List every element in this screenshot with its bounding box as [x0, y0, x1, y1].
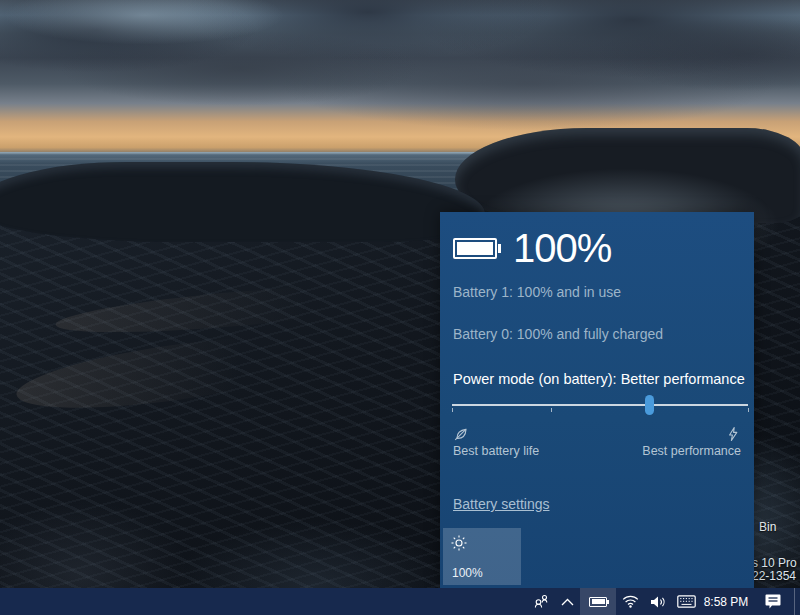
sun-icon	[451, 535, 467, 551]
power-mode-slider[interactable]	[452, 394, 748, 416]
screen: Bin s 10 Pro 22-1354 100% Battery 1: 100…	[0, 0, 800, 615]
brightness-percent: 100%	[452, 566, 483, 580]
battery1-status: Battery 1: 100% and in use	[453, 284, 621, 300]
windows-watermark-line2: 22-1354	[752, 569, 796, 583]
volume-icon	[650, 595, 667, 609]
network-button[interactable]	[616, 588, 644, 615]
slider-tick	[551, 408, 552, 412]
wifi-icon	[622, 595, 639, 608]
recycle-bin-label[interactable]: Bin	[759, 520, 776, 534]
brightness-tile[interactable]: 100%	[443, 528, 521, 585]
lightning-bolt-icon	[725, 426, 741, 442]
slider-tick	[452, 408, 453, 412]
show-desktop-button[interactable]	[794, 588, 800, 615]
power-slider-thumb[interactable]	[645, 395, 654, 415]
touch-keyboard-button[interactable]	[672, 588, 700, 615]
action-center-button[interactable]	[752, 588, 794, 615]
battery-settings-link[interactable]: Battery settings	[453, 496, 550, 512]
battery0-status: Battery 0: 100% and fully charged	[453, 326, 663, 342]
people-icon	[533, 594, 550, 609]
touch-keyboard-icon	[677, 595, 696, 608]
taskbar: 8:58 PM	[0, 588, 800, 615]
battery-flyout-header: 100%	[453, 228, 611, 268]
battery-fill	[457, 242, 493, 255]
action-center-icon	[764, 593, 782, 610]
chevron-up-icon	[561, 598, 574, 606]
slider-tick	[748, 408, 749, 412]
eco-leaf-icon	[453, 426, 469, 442]
power-slider-track[interactable]	[452, 404, 748, 406]
power-mode-label: Power mode (on battery): Better performa…	[453, 371, 745, 387]
windows-watermark-line1: s 10 Pro	[752, 556, 797, 570]
battery-flyout: 100% Battery 1: 100% and in use Battery …	[440, 212, 754, 588]
battery-tray-button[interactable]	[580, 588, 616, 615]
battery-tray-fill	[592, 599, 605, 604]
taskbar-clock[interactable]: 8:58 PM	[700, 588, 752, 615]
slider-min-label: Best battery life	[453, 444, 539, 458]
slider-max-label: Best performance	[642, 444, 741, 458]
battery-percent: 100%	[513, 228, 611, 268]
battery-tray-icon	[589, 597, 607, 607]
show-hidden-icons-button[interactable]	[554, 588, 580, 615]
volume-button[interactable]	[644, 588, 672, 615]
battery-full-icon	[453, 238, 497, 259]
people-button[interactable]	[528, 588, 554, 615]
